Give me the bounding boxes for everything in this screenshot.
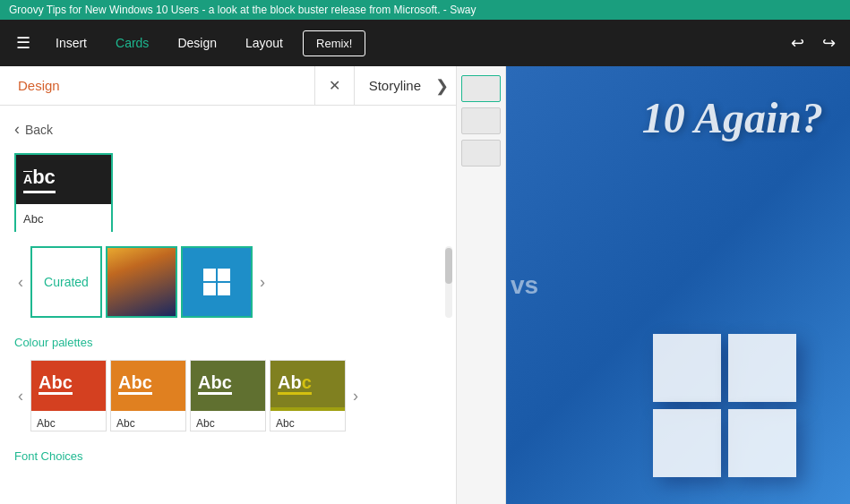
back-label: Back	[25, 123, 53, 137]
palette-3-top: Abc	[191, 361, 265, 407]
storyline-tab[interactable]: Storyline	[355, 66, 435, 105]
partial-vs-text: vs	[511, 271, 538, 300]
win-logo-tl	[653, 334, 721, 402]
main-content: Design ✕ Storyline ❯ ‹ Back Abc	[0, 66, 850, 504]
windows-logo-large-icon	[653, 334, 796, 477]
close-button[interactable]: ✕	[315, 66, 355, 106]
palette-2-bottom: Abc	[111, 411, 185, 431]
palette-1-bottom: Abc	[31, 411, 106, 431]
design-button[interactable]: Design	[165, 29, 229, 57]
story-card-2[interactable]	[461, 107, 501, 134]
canvas-panel: vs 10 Again?	[506, 66, 850, 504]
colour-palettes-section: Colour palettes ‹ Abc Abc Abc	[14, 336, 442, 431]
story-card-3[interactable]	[461, 140, 501, 167]
back-button[interactable]: ‹ Back	[14, 120, 442, 139]
palette-3[interactable]: Abc Abc	[190, 360, 266, 431]
curated-theme[interactable]: Curated	[30, 246, 102, 318]
toolbar: ☰ Insert Cards Design Layout Remix! ↩ ↪	[0, 20, 850, 66]
theme-left-arrow[interactable]: ‹	[14, 269, 27, 295]
palette-3-bottom: Abc	[191, 411, 265, 431]
panel-header: Design ✕ Storyline ❯	[0, 66, 456, 106]
design-tab[interactable]: Design	[0, 66, 315, 105]
font-choices-section: Font Choices	[14, 449, 442, 463]
redo-button[interactable]: ↪	[815, 28, 843, 58]
windows-theme[interactable]	[181, 246, 253, 318]
palette-2-top: Abc	[111, 361, 185, 407]
palette-1[interactable]: Abc Abc	[30, 360, 107, 431]
title-bar: Groovy Tips for New Windows 10 Users - a…	[0, 0, 850, 20]
palette-4-bottom: Abc	[270, 411, 345, 431]
canvas-background: vs 10 Again?	[506, 66, 850, 504]
cards-button[interactable]: Cards	[103, 29, 161, 57]
panel-content: ‹ Back Abc Abc ‹ Curated	[0, 106, 456, 504]
win-logo-tr	[728, 334, 796, 402]
theme-preview-top: Abc	[16, 155, 111, 204]
win10-heading-text: 10 Again?	[642, 93, 823, 142]
menu-icon[interactable]: ☰	[7, 26, 39, 60]
undo-redo-group: ↩ ↪	[784, 28, 843, 58]
theme-preview-bottom: Abc	[16, 204, 111, 234]
design-panel: Design ✕ Storyline ❯ ‹ Back Abc	[0, 66, 457, 504]
chevron-right-icon[interactable]: ❯	[435, 76, 456, 96]
insert-button[interactable]: Insert	[43, 29, 99, 57]
undo-button[interactable]: ↩	[784, 28, 811, 58]
font-choices-title: Font Choices	[14, 449, 442, 463]
theme-abc-text: Abc	[23, 166, 56, 193]
landscape-theme[interactable]	[106, 246, 177, 318]
theme-bottom-text: Abc	[23, 212, 43, 226]
design-tab-label: Design	[18, 78, 60, 93]
palettes-left-arrow[interactable]: ‹	[14, 383, 27, 409]
palette-1-top: Abc	[31, 361, 106, 407]
remix-button[interactable]: Remix!	[303, 30, 365, 56]
panel-scrollbar[interactable]	[445, 246, 452, 318]
current-theme-preview[interactable]: Abc Abc	[14, 153, 113, 232]
panel-scroll-thumb	[445, 248, 452, 284]
palette-4-top: Abc	[270, 361, 345, 407]
theme-selector-row: ‹ Curated ›	[14, 246, 442, 318]
palette-4[interactable]: Abc Abc	[270, 360, 346, 431]
theme-right-arrow[interactable]: ›	[256, 269, 269, 295]
palette-2[interactable]: Abc Abc	[110, 360, 186, 431]
palette-2-abc: Abc	[118, 373, 152, 395]
storyline-strip	[457, 66, 506, 504]
win-logo-br	[728, 409, 796, 477]
storyline-label: Storyline	[369, 78, 421, 93]
palettes-title: Colour palettes	[14, 336, 442, 349]
palette-3-abc: Abc	[198, 373, 232, 395]
palettes-right-arrow[interactable]: ›	[349, 383, 362, 409]
palette-4-abc: Abc	[278, 373, 312, 395]
palette-1-abc: Abc	[39, 373, 73, 395]
win-logo-bl	[653, 409, 721, 477]
story-card-1[interactable]	[461, 75, 501, 102]
curated-label: Curated	[44, 275, 89, 289]
title-text: Groovy Tips for New Windows 10 Users - a…	[9, 4, 477, 16]
windows-logo-icon	[203, 269, 230, 295]
layout-button[interactable]: Layout	[233, 29, 296, 57]
palettes-row: ‹ Abc Abc Abc	[14, 360, 442, 431]
back-arrow-icon: ‹	[14, 120, 20, 139]
